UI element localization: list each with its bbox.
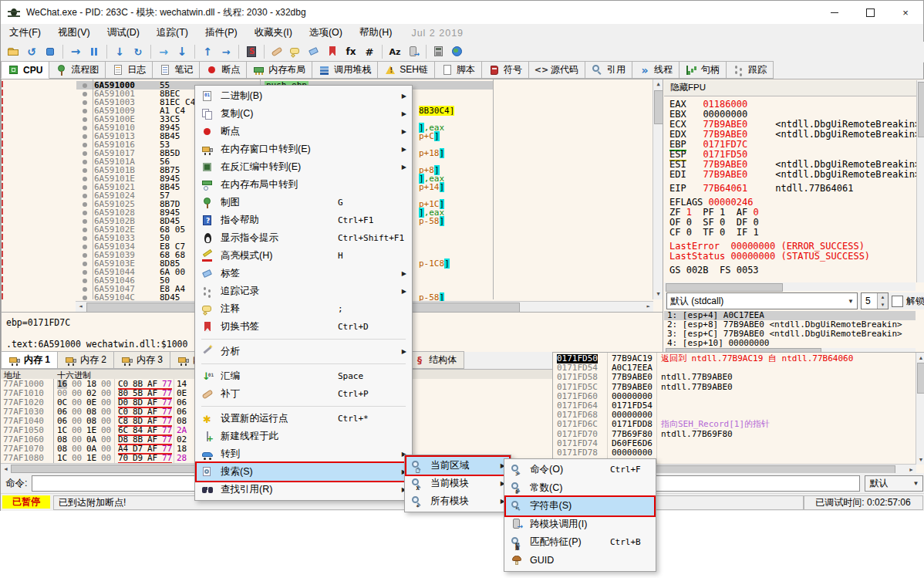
stack-row[interactable]: 0171FD74D60FE6D6 xyxy=(553,439,905,448)
stack-row[interactable]: 0171FD640171FD54 xyxy=(553,401,905,411)
step-over-button[interactable]: ↻ xyxy=(130,43,147,60)
run-until-button[interactable]: → xyxy=(155,43,172,60)
attach-button[interactable]: → xyxy=(218,43,234,60)
menu-item-断点[interactable]: 断点▶ xyxy=(197,123,410,140)
menu-item-显示指令提示[interactable]: 显示指令提示Ctrl+Shift+F1 xyxy=(197,229,410,247)
menubar-item-2[interactable]: 视图(V) xyxy=(49,24,99,42)
unlock-checkbox[interactable] xyxy=(892,296,903,307)
tab-源代码[interactable]: <>源代码 xyxy=(529,61,585,79)
breakpoint-dot-icon[interactable] xyxy=(83,194,87,198)
breakpoint-dot-icon[interactable] xyxy=(83,117,87,122)
register-row[interactable]: EIP 77B64061 ntdll.77B64061 xyxy=(669,184,920,194)
breakpoint-dot-icon[interactable] xyxy=(83,245,87,249)
tab-脚本[interactable]: 脚本 xyxy=(435,61,482,79)
tab-CPU[interactable]: CPU xyxy=(1,61,49,79)
menubar-item-3[interactable]: 调试(D) xyxy=(99,24,148,42)
menu-item-当前模块[interactable]: x当前模块▶ xyxy=(406,475,509,492)
tab-内存布局[interactable]: 内存布局 xyxy=(247,61,312,79)
hide-fpu-button[interactable]: 隐藏FPU xyxy=(664,80,916,96)
menu-item-在内存布局中转到[interactable]: 在内存布局中转到 xyxy=(197,176,410,194)
stack-pane[interactable]: 0171FD5077B9AC19返回到 ntdll.77B9AC19 自 ntd… xyxy=(552,352,924,475)
menu-item-在反汇编中转到(E)[interactable]: 在反汇编中转到(E)▶ xyxy=(197,158,410,176)
breakpoint-dot-icon[interactable] xyxy=(83,202,87,207)
close-button[interactable]: × xyxy=(888,1,923,24)
menubar-item-6[interactable]: 收藏夹(I) xyxy=(246,24,301,42)
tab-符号[interactable]: 符号 xyxy=(482,61,529,79)
menu-item-复制(C)[interactable]: 复制(C)▶ xyxy=(197,105,410,123)
breakpoint-dot-icon[interactable] xyxy=(83,211,87,215)
bookmark-button[interactable] xyxy=(324,43,341,60)
calculator-button[interactable] xyxy=(430,43,447,60)
az-button[interactable]: Az xyxy=(386,43,403,60)
menu-item-GUID[interactable]: GUID xyxy=(506,552,654,570)
stack-row[interactable]: 0171FD6000000000 xyxy=(553,392,905,401)
menu-item-跨模块调用(I)[interactable]: 跨模块调用(I) xyxy=(506,515,654,534)
scroll-up-icon[interactable]: ▲ xyxy=(916,353,924,363)
scroll-thumb[interactable] xyxy=(917,363,924,394)
script-button[interactable] xyxy=(243,43,260,60)
breakpoint-dot-icon[interactable] xyxy=(83,177,87,181)
breakpoint-dot-icon[interactable] xyxy=(83,287,87,292)
stack-vscrollbar[interactable]: ▲ ▼ xyxy=(916,353,924,465)
step-out-button[interactable]: ↓ xyxy=(174,43,191,60)
menu-item-分析[interactable]: 分析▶ xyxy=(197,343,410,360)
breakpoint-dot-icon[interactable] xyxy=(83,253,87,258)
breakpoint-dot-icon[interactable] xyxy=(83,92,87,96)
breakpoint-dot-icon[interactable] xyxy=(83,185,87,190)
pause-button[interactable] xyxy=(86,43,103,60)
hash-button[interactable]: # xyxy=(361,43,378,60)
menubar-item-8[interactable]: 帮助(H) xyxy=(351,24,400,42)
close-dbg-button[interactable] xyxy=(42,43,59,60)
globe-button[interactable] xyxy=(449,43,466,60)
breakpoint-dot-icon[interactable] xyxy=(83,168,87,173)
menu-item-制图[interactable]: 制图G xyxy=(197,194,410,211)
stack-row[interactable]: 0171FD6C0171FDD8指向SEH_Record[1]的指针 xyxy=(553,420,905,429)
tab-跟踪[interactable]: 跟踪 xyxy=(727,61,774,79)
tab-日志[interactable]: 日志 xyxy=(106,61,153,79)
menu-item-标签[interactable]: 标签▶ xyxy=(197,265,410,282)
stack-row[interactable]: 0171FD6800000000 xyxy=(553,411,905,420)
tab-笔记[interactable]: 笔记 xyxy=(153,61,200,79)
registers-pane[interactable]: 隐藏FPU EAX 01186000EBX 00000000ECX 77B9AB… xyxy=(663,79,924,353)
maximize-button[interactable] xyxy=(852,1,888,24)
argument-row[interactable]: 4: [esp+10] 00000000 xyxy=(664,339,916,348)
breakpoint-dot-icon[interactable] xyxy=(83,160,87,164)
breakpoint-dot-icon[interactable] xyxy=(83,151,87,156)
tab-SEH链[interactable]: SEH链 xyxy=(378,61,435,79)
menubar-item-7[interactable]: 选项(O) xyxy=(301,24,351,42)
menu-item-字符串(S)[interactable]: “字符串(S) xyxy=(506,497,654,515)
calling-convention-select[interactable]: 默认 (stdcall) ▼ xyxy=(666,292,858,309)
registers-vscrollbar[interactable] xyxy=(916,80,924,282)
tab-流程图[interactable]: 流程图 xyxy=(49,61,106,79)
modules-button[interactable] xyxy=(405,43,422,60)
run-button[interactable]: → xyxy=(67,43,84,60)
comments-button[interactable] xyxy=(287,43,304,60)
disasm-vscrollbar[interactable]: ▲ ▼ xyxy=(653,79,663,299)
breakpoint-dot-icon[interactable] xyxy=(83,228,87,232)
tab-引用[interactable]: 引用 xyxy=(585,61,632,79)
menu-item-设置新的运行点[interactable]: 设置新的运行点Ctrl+* xyxy=(197,410,410,428)
breakpoint-dot-icon[interactable] xyxy=(83,143,87,147)
breakpoint-dot-icon[interactable] xyxy=(83,279,87,283)
arg-count-stepper[interactable]: 5 ▲▼ xyxy=(861,292,889,309)
dump-tab-结构体[interactable]: §结构体 xyxy=(406,351,464,369)
menu-item-命令(O)[interactable]: >命令(O)Ctrl+F xyxy=(506,461,654,479)
menu-item-新建线程于此[interactable]: 新建线程于此 xyxy=(197,428,410,445)
tab-句柄[interactable]: 句柄 xyxy=(680,61,727,79)
breakpoint-dot-icon[interactable] xyxy=(83,236,87,241)
breakpoint-dot-icon[interactable] xyxy=(83,83,87,88)
open-folder-button[interactable] xyxy=(5,43,22,60)
functions-button[interactable]: fx xyxy=(342,43,359,60)
stack-row[interactable]: 0171FD5077B9AC19返回到 ntdll.77B9AC19 自 ntd… xyxy=(553,354,905,363)
menu-item-所有模块[interactable]: ∗所有模块▶ xyxy=(406,492,509,510)
stack-row[interactable]: 0171FD7077B69F80ntdll.77B69F80 xyxy=(553,430,905,439)
registers-hscrollbar[interactable] xyxy=(664,282,916,291)
menu-item-高亮模式(H)[interactable]: 高亮模式(H)H xyxy=(197,247,410,265)
menu-item-切换书签[interactable]: 切换书签Ctrl+D xyxy=(197,318,410,336)
tab-调用堆栈[interactable]: 调用堆栈 xyxy=(312,61,378,79)
menubar-item-1[interactable]: 文件(F) xyxy=(1,24,49,42)
scroll-left-icon[interactable]: ◄ xyxy=(76,302,86,312)
scroll-down-icon[interactable]: ▼ xyxy=(916,455,924,465)
breakpoint-dot-icon[interactable] xyxy=(83,109,87,113)
stepper-up-icon[interactable]: ▲ xyxy=(878,293,888,301)
